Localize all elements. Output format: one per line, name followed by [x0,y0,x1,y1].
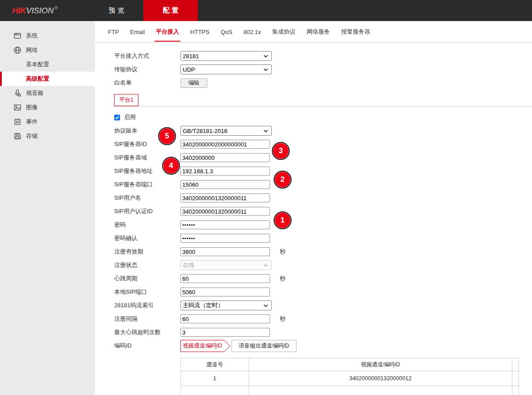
sidebar-item-label: 系统 [26,32,38,40]
unit-seconds: 秒 [280,315,286,323]
whitelist-edit-button[interactable]: 编辑 [180,78,207,88]
platform-access-mode-select[interactable]: 28181 [180,51,272,61]
sidebar-item-label: 网络 [26,46,38,54]
tab-video-channel-encoding-id[interactable]: 视频通道编码ID [180,340,231,352]
row-sip-server-port: SIP服务器端口 [114,178,532,191]
sidebar-item-audio-video[interactable]: 视音频 [0,86,95,100]
table-row[interactable]: 1 34020000001320000012 [181,371,519,386]
row-whitelist: 白名单 编辑 [114,76,532,90]
sidebar-item-system[interactable]: 系统 [0,29,95,43]
tab-network-service[interactable]: 网络服务 [306,21,330,43]
tab-audio-output-channel-encoding-id[interactable]: 语音输出通道编码ID [232,340,296,352]
row-transport-protocol: 传输协议 UDP [114,63,532,76]
sidebar-item-label: 事件 [26,118,38,126]
enable-checkbox[interactable] [114,115,120,120]
sidebar-item-basic-config[interactable]: 基本配置 [0,57,95,72]
heartbeat-cycle-input[interactable] [180,274,270,283]
cell-spacer [512,386,519,395]
row-max-heartbeat-timeout: 最大心跳超时次数 [114,326,532,339]
content-panel: FTP Email 平台接入 HTTPS QoS 802.1x 集成协议 网络服… [95,21,532,395]
sidebar-item-advanced-config[interactable]: 高级配置 [0,72,95,86]
field-label: SIP用户名 [114,194,180,202]
column-header-spacer [512,358,519,371]
row-heartbeat-cycle: 心跳周期 秒 [114,272,532,285]
sidebar-item-label: 图像 [26,103,38,112]
cell-channel-no [181,386,249,395]
column-header-channel-no: 通道号 [181,358,249,371]
sidebar: 系统 网络 基本配置 高级配置 视音频 图像 事件 存储 [0,21,95,395]
register-interval-input[interactable] [180,314,270,323]
row-register-interval: 注册间隔 秒 [114,312,532,326]
sip-username-input[interactable] [180,193,270,202]
chevron-down-icon [263,264,268,267]
row-register-status: 注册状态 在线 [114,258,532,272]
sidebar-item-storage[interactable]: 存储 [0,129,95,143]
sip-server-port-input[interactable] [180,180,270,189]
channel-encoding-table: 通道号 视频通道编码ID 1 34020000001320000012 [180,358,519,395]
row-sip-username: SIP用户名 [114,191,532,205]
register-validity-input[interactable] [180,247,270,256]
tab-ftp[interactable]: FTP [107,21,120,43]
tab-platform-access[interactable]: 平台接入 [155,21,180,43]
field-label: 心跳周期 [114,275,180,283]
sidebar-item-event[interactable]: 事件 [0,115,95,129]
platform-access-form: 平台接入方式 28181 传输协议 UDP 白名单 编辑 平台1 启用 [95,43,532,395]
field-label: SIP服务器端口 [114,180,180,189]
row-enable: 启用 [114,111,532,124]
chevron-down-icon [263,304,268,307]
tab-qos[interactable]: QoS [220,21,233,43]
tab-alarm-server[interactable]: 报警服务器 [341,21,371,43]
sidebar-item-label: 高级配置 [26,75,49,83]
chevron-down-icon [263,68,268,71]
sidebar-item-label: 基本配置 [26,60,49,69]
field-label: 白名单 [114,79,180,87]
column-header-video-encoding-id: 视频通道编码ID [249,358,512,371]
sidebar-item-image[interactable]: 图像 [0,100,95,115]
image-icon [13,103,21,112]
cell-video-encoding-id: 34020000001320000012 [249,371,512,386]
sidebar-item-label: 视音频 [26,89,43,97]
stream-index-select[interactable]: 主码流（定时） [180,301,272,310]
field-label: 最大心跳超时次数 [114,328,180,336]
encoding-id-tabs: 视频通道编码ID 语音输出通道编码ID [180,340,296,352]
max-heartbeat-timeout-input[interactable] [180,328,270,337]
tab-email[interactable]: Email [130,21,146,43]
password-input[interactable] [180,220,270,229]
chevron-down-icon [263,55,268,58]
selected-value: 在线 [183,261,194,269]
logo-vision: VISION [26,6,53,16]
field-label: 注册状态 [114,261,180,269]
cell-video-encoding-id [249,386,512,395]
enable-label: 启用 [124,113,136,121]
tab-label: 视频通道编码ID [180,340,224,352]
table-row[interactable] [181,386,519,395]
selected-value: 主码流（定时） [183,301,223,309]
row-sip-auth-id: SIP用户认证ID [114,205,532,218]
logo-hik: HIK [12,6,26,16]
nav-tab-configuration[interactable]: 配置 [143,0,198,21]
field-label: 28181码流索引 [114,301,180,309]
platform-tab-strip: 平台1 [114,94,532,107]
platform1-tab[interactable]: 平台1 [114,94,138,106]
hikvision-logo: HIKVISION® [12,0,58,21]
tab-integration-protocol[interactable]: 集成协议 [272,21,296,43]
annotation-circle-4: 4 [162,157,180,175]
sip-server-domain-input[interactable] [180,153,270,162]
local-sip-port-input[interactable] [180,288,270,296]
field-label: 注册间隔 [114,315,180,323]
protocol-version-select[interactable]: GB/T28181-2016 [180,126,272,136]
sip-auth-id-input[interactable] [180,207,270,216]
tab-8021x[interactable]: 802.1x [243,21,262,43]
sip-server-id-input[interactable] [180,140,270,149]
row-encoding-id: 编码ID 视频通道编码ID 语音输出通道编码ID [114,339,532,352]
sidebar-item-network[interactable]: 网络 [0,43,95,57]
nav-tab-preview[interactable]: 预览 [90,0,143,21]
transport-protocol-select[interactable]: UDP [180,64,272,74]
row-platform-access-mode: 平台接入方式 28181 [114,49,532,63]
sip-server-address-input[interactable] [180,167,270,176]
password-confirm-input[interactable] [180,234,270,243]
field-label: 密码 [114,221,180,229]
tab-https[interactable]: HTTPS [190,21,210,43]
unit-seconds: 秒 [280,275,286,283]
selected-value: GB/T28181-2016 [183,128,227,134]
